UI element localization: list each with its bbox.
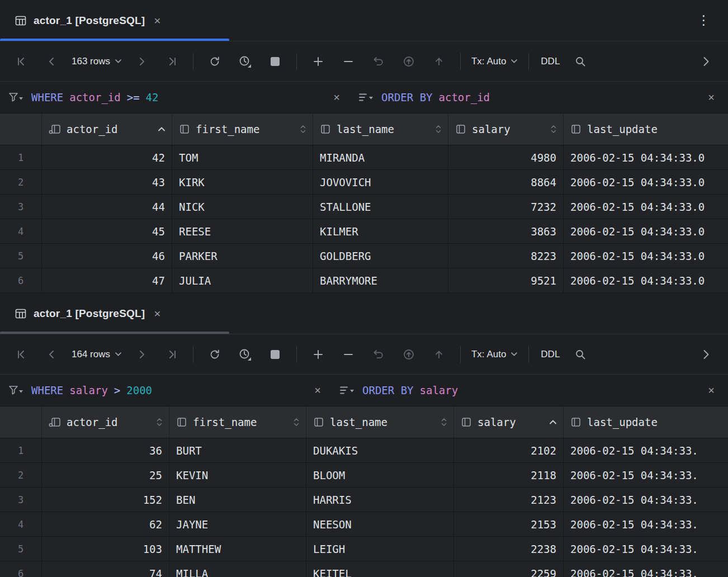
cell-last-name[interactable]: NEESON (306, 512, 454, 536)
stop-button[interactable] (264, 51, 286, 72)
cell-last-name[interactable]: JOVOVICH (313, 170, 448, 194)
row-number[interactable]: 4 (0, 219, 42, 243)
cell-salary[interactable]: 9521 (448, 268, 564, 292)
row-number[interactable]: 3 (0, 195, 42, 219)
ddl-button[interactable]: DDL (540, 51, 561, 72)
table-row[interactable]: 3 152 BEN HARRIS 2123 2006-02-15 04:34:3… (0, 488, 728, 512)
cell-last-name[interactable]: MIRANDA (313, 145, 448, 169)
cell-salary[interactable]: 3863 (448, 219, 564, 243)
filter-icon[interactable] (8, 384, 25, 396)
column-header-last-name[interactable]: last_name (313, 113, 448, 145)
add-row-button[interactable] (308, 51, 329, 72)
clear-order-icon[interactable]: × (706, 384, 717, 397)
cell-actor-id[interactable]: 74 (42, 561, 169, 577)
table-row[interactable]: 3 44 NICK STALLONE 7232 2006-02-15 04:34… (0, 195, 728, 219)
column-header-first-name[interactable]: first_name (169, 406, 306, 438)
table-row[interactable]: 2 43 KIRK JOVOVICH 8864 2006-02-15 04:34… (0, 170, 728, 195)
cell-actor-id[interactable]: 44 (42, 195, 172, 219)
next-page-button[interactable] (131, 344, 152, 365)
refresh-button[interactable] (204, 51, 225, 72)
next-page-button[interactable] (131, 51, 152, 72)
table-row[interactable]: 5 103 MATTHEW LEIGH 2238 2006-02-15 04:3… (0, 537, 728, 561)
upload-button[interactable] (428, 51, 450, 72)
cell-salary[interactable]: 8864 (448, 170, 564, 194)
cell-actor-id[interactable]: 46 (42, 244, 172, 268)
cell-actor-id[interactable]: 152 (42, 488, 169, 512)
more-toolbar-chevron[interactable] (696, 344, 717, 365)
search-button[interactable] (570, 344, 591, 365)
column-header-last-name[interactable]: last_name (306, 406, 454, 438)
order-expression[interactable]: ORDER BY actor_id (381, 91, 490, 103)
column-header-last-update[interactable]: last_update (564, 406, 728, 438)
cell-last-update[interactable]: 2006-02-15 04:34:33.0 (564, 219, 728, 243)
cell-salary[interactable]: 2118 (454, 463, 564, 487)
cell-first-name[interactable]: MILLA (169, 561, 306, 577)
cell-last-update[interactable]: 2006-02-15 04:34:33. (564, 438, 728, 462)
cell-last-name[interactable]: STALLONE (313, 195, 448, 219)
row-number[interactable]: 2 (0, 463, 42, 487)
row-number[interactable]: 6 (0, 268, 42, 292)
cell-salary[interactable]: 2259 (454, 561, 564, 577)
cell-salary[interactable]: 7232 (448, 195, 564, 219)
row-number[interactable]: 1 (0, 438, 42, 462)
row-number[interactable]: 4 (0, 512, 42, 536)
cell-first-name[interactable]: JAYNE (169, 512, 306, 536)
schedule-refresh-button[interactable] (234, 344, 256, 365)
search-button[interactable] (570, 51, 591, 72)
row-number[interactable]: 1 (0, 145, 42, 169)
where-expression[interactable]: WHERE salary > 2000 (31, 384, 152, 396)
cell-last-update[interactable]: 2006-02-15 04:34:33.0 (564, 170, 728, 194)
table-row[interactable]: 6 74 MILLA KEITEL 2259 2006-02-15 04:34:… (0, 561, 728, 577)
cell-last-update[interactable]: 2006-02-15 04:34:33.0 (564, 244, 728, 268)
revert-button[interactable] (368, 344, 389, 365)
cell-last-update[interactable]: 2006-02-15 04:34:33. (564, 488, 728, 512)
cell-actor-id[interactable]: 42 (42, 145, 172, 169)
cell-last-name[interactable]: HARRIS (306, 488, 454, 512)
cell-actor-id[interactable]: 36 (42, 438, 169, 462)
table-row[interactable]: 1 42 TOM MIRANDA 4980 2006-02-15 04:34:3… (0, 145, 728, 170)
row-count-dropdown[interactable]: 163 rows (72, 51, 122, 72)
table-row[interactable]: 2 25 KEVIN BLOOM 2118 2006-02-15 04:34:3… (0, 463, 728, 488)
where-expression[interactable]: WHERE actor_id >= 42 (31, 91, 159, 103)
more-menu-icon[interactable]: ⋮ (694, 12, 713, 29)
order-expression[interactable]: ORDER BY salary (362, 384, 458, 396)
revert-button[interactable] (368, 51, 389, 72)
cell-first-name[interactable]: BURT (169, 438, 306, 462)
cell-last-name[interactable]: LEIGH (306, 537, 454, 561)
cell-first-name[interactable]: KIRK (172, 170, 313, 194)
cell-first-name[interactable]: NICK (172, 195, 313, 219)
cell-actor-id[interactable]: 103 (42, 537, 169, 561)
last-page-button[interactable] (161, 51, 182, 72)
cell-first-name[interactable]: JULIA (172, 268, 313, 292)
table-row[interactable]: 4 45 REESE KILMER 3863 2006-02-15 04:34:… (0, 219, 728, 244)
first-page-button[interactable] (11, 51, 32, 72)
clear-filter-icon[interactable]: × (331, 91, 342, 104)
cell-last-name[interactable]: DUKAKIS (306, 438, 454, 462)
cell-last-update[interactable]: 2006-02-15 04:34:33. (564, 561, 728, 577)
schedule-refresh-button[interactable] (234, 51, 256, 72)
cell-salary[interactable]: 8223 (448, 244, 564, 268)
cell-last-name[interactable]: KILMER (313, 219, 448, 243)
cell-salary[interactable]: 2238 (454, 537, 564, 561)
clear-order-icon[interactable]: × (706, 91, 717, 104)
column-header-first-name[interactable]: first_name (172, 113, 313, 145)
cell-actor-id[interactable]: 62 (42, 512, 169, 536)
cell-last-update[interactable]: 2006-02-15 04:34:33.0 (564, 145, 728, 169)
upload-button[interactable] (428, 344, 450, 365)
cell-last-name[interactable]: BARRYMORE (313, 268, 448, 292)
column-header-salary[interactable]: salary (454, 406, 564, 438)
row-count-dropdown[interactable]: 164 rows (72, 344, 122, 365)
close-icon[interactable]: × (154, 308, 160, 319)
more-toolbar-chevron[interactable] (696, 51, 717, 72)
sort-icon[interactable] (358, 91, 375, 103)
row-number[interactable]: 6 (0, 561, 42, 577)
column-header-last-update[interactable]: last_update (564, 113, 728, 145)
transaction-mode-dropdown[interactable]: Tx: Auto (471, 344, 518, 365)
last-page-button[interactable] (161, 344, 182, 365)
cell-first-name[interactable]: BEN (169, 488, 306, 512)
sort-icon[interactable] (339, 384, 356, 396)
previous-page-button[interactable] (41, 51, 63, 72)
cell-last-update[interactable]: 2006-02-15 04:34:33.0 (564, 268, 728, 292)
cell-salary[interactable]: 2123 (454, 488, 564, 512)
column-header-salary[interactable]: salary (448, 113, 564, 145)
